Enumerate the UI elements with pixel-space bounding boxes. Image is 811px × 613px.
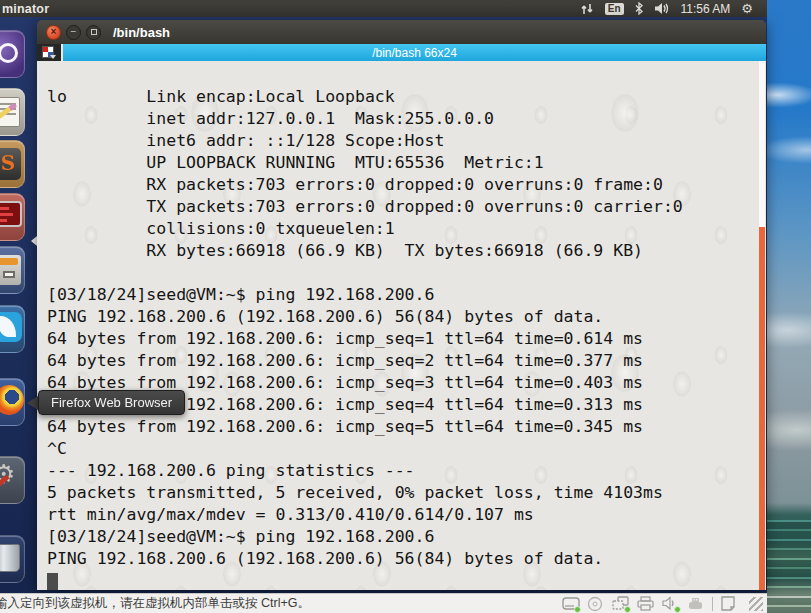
terminal-app-icon [0, 201, 22, 227]
printer-icon[interactable] [637, 596, 655, 612]
terminal-line: PING 192.168.200.6 (192.168.200.6) 56(84… [47, 306, 683, 328]
vmware-hint-message: 输入定向到该虚拟机，请在虚拟机内部单击或按 Ctrl+G。 [0, 595, 310, 612]
terminal-titlebar[interactable]: × − /bin/bash [37, 20, 766, 44]
terminal-line: collisions:0 txqueuelen:1 [47, 218, 683, 240]
tab-label: /bin/bash 66x24 [372, 46, 457, 60]
terminator-group-button[interactable] [37, 44, 61, 61]
terminal-line [47, 262, 683, 284]
ocean-waves [767, 520, 811, 613]
chevron-down-icon [50, 55, 56, 59]
terminal-line: UP LOOPBACK RUNNING MTU:65536 Metric:1 [47, 152, 683, 174]
system-tray: En 11:56 AM ⚙ [581, 2, 767, 16]
wireshark-icon [0, 312, 22, 342]
scrollbar-thumb[interactable] [759, 227, 765, 590]
connected-dot [624, 606, 631, 613]
s-app-icon: S [0, 148, 21, 180]
terminal-line: lo Link encap:Local Loopback [47, 86, 683, 108]
hard-disk-icon[interactable] [562, 596, 580, 612]
tab-bin-bash[interactable]: /bin/bash 66x24 [63, 44, 766, 61]
window-resize-grip[interactable] [749, 597, 763, 611]
bluetooth-icon[interactable] [635, 2, 643, 15]
tooltip-text: Firefox Web Browser [51, 395, 172, 410]
terminal-viewport[interactable]: lo Link encap:Local Loopback inet addr:1… [37, 61, 766, 590]
text-arrows-icon[interactable] [581, 3, 594, 15]
launcher-item-dash-home[interactable] [0, 30, 25, 78]
terminal-line: inet6 addr: ::1/128 Scope:Host [47, 130, 683, 152]
network-adapter-icon[interactable] [612, 596, 630, 612]
tools-gear-icon: ⚙ [0, 459, 15, 490]
terminal-line: 5 packets transmitted, 5 received, 0% pa… [47, 482, 683, 504]
keyboard-layout-indicator[interactable]: En [605, 3, 624, 15]
terminal-line: 64 bytes from 192.168.200.6: icmp_seq=5 … [47, 416, 683, 438]
sound-icon[interactable] [662, 596, 680, 612]
minimize-button[interactable]: − [66, 25, 81, 40]
terminal-line: [03/18/24]seed@VM:~$ ping 192.168.200.6 [47, 284, 683, 306]
connected-dot [674, 606, 681, 613]
terminal-output: lo Link encap:Local Loopback inet addr:1… [47, 86, 683, 590]
terminal-line: --- 192.168.200.6 ping statistics --- [47, 460, 683, 482]
terminal-line [47, 570, 683, 590]
launcher-item-system-tools[interactable]: ⚙ [0, 456, 25, 504]
vmware-statusbar: 输入定向到该虚拟机，请在虚拟机内部单击或按 Ctrl+G。 [0, 593, 767, 613]
file-cabinet-icon [0, 255, 21, 285]
host-desktop-wallpaper [767, 0, 811, 613]
terminal-line: inet addr:127.0.0.1 Mask:255.0.0.0 [47, 108, 683, 130]
s-letter: S [0, 151, 21, 175]
close-button[interactable]: × [46, 25, 61, 40]
launcher-item-text-editor[interactable] [0, 88, 25, 136]
firefox-icon [0, 385, 24, 415]
terminal-line: ^C [47, 438, 683, 460]
terminal-line: PING 192.168.200.6 (192.168.200.6) 56(84… [47, 548, 683, 570]
ubuntu-logo-icon [0, 43, 18, 63]
terminal-tabbar: /bin/bash 66x24 [37, 44, 766, 61]
unity-launcher: S ⚙ [0, 17, 37, 593]
launcher-item-firefox[interactable] [0, 378, 25, 426]
terminal-cursor [47, 573, 58, 590]
session-gear-icon[interactable]: ⚙ [741, 2, 753, 15]
volume-icon[interactable] [654, 2, 670, 15]
terminal-line: RX packets:703 errors:0 dropped:0 overru… [47, 174, 683, 196]
trash-icon [0, 544, 20, 572]
terminal-line: TX packets:703 errors:0 dropped:0 overru… [47, 196, 683, 218]
launcher-item-app-s[interactable]: S [0, 140, 25, 188]
statusbar-separator [712, 597, 713, 611]
panel-window-title: minator [0, 2, 49, 16]
clock[interactable]: 11:56 AM [681, 2, 731, 16]
unity-top-panel: minator En 11:56 AM ⚙ [0, 0, 767, 17]
terminal-line: [03/18/24]seed@VM:~$ ping 192.168.200.6 [47, 526, 683, 548]
firefox-tooltip: Firefox Web Browser [38, 390, 185, 415]
window-title: /bin/bash [113, 25, 170, 40]
terminal-window: × − /bin/bash /bin/bash 66x24 lo Link en… [37, 20, 766, 590]
vmware-device-icons [562, 596, 767, 612]
launcher-item-trash[interactable] [0, 535, 25, 583]
terminal-line: 64 bytes from 192.168.200.6: icmp_seq=2 … [47, 350, 683, 372]
usb-icon[interactable] [687, 596, 705, 612]
cd-rom-icon[interactable] [587, 596, 605, 612]
vm-guest-screen: minator En 11:56 AM ⚙ S [0, 0, 767, 593]
maximize-button[interactable] [86, 25, 101, 40]
connected-dot [574, 606, 581, 613]
terminal-line: 64 bytes from 192.168.200.6: icmp_seq=1 … [47, 328, 683, 350]
launcher-item-files[interactable] [0, 246, 25, 294]
message-log-icon[interactable] [720, 596, 738, 612]
tooltip-arrow [27, 396, 38, 410]
terminal-line: RX bytes:66918 (66.9 KB) TX bytes:66918 … [47, 240, 683, 262]
launcher-item-terminator[interactable] [0, 193, 25, 241]
launcher-item-wireshark[interactable] [0, 305, 25, 353]
terminal-line: rtt min/avg/max/mdev = 0.313/0.410/0.614… [47, 504, 683, 526]
screen: minator En 11:56 AM ⚙ S [0, 0, 811, 613]
